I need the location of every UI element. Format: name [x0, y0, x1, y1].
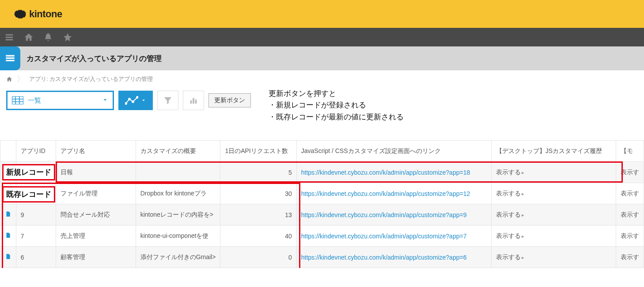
show-history-link[interactable]: 表示する — [496, 190, 524, 197]
funnel-icon — [163, 96, 173, 105]
col-history[interactable]: 【デスクトップ】JSカスタマイズ履歴 — [491, 141, 616, 162]
show-mobile-link[interactable]: 表示す — [621, 211, 639, 218]
show-history-link[interactable]: 表示する — [496, 253, 524, 260]
home-small-icon[interactable] — [6, 76, 12, 82]
cell-id: 6 — [16, 247, 56, 268]
cell-link: https://kindevnet.cybozu.com/k/admin/app… — [296, 162, 491, 183]
app-icon[interactable] — [0, 46, 20, 70]
cell-name: 問合せメール対応 — [56, 204, 136, 226]
cell-summary — [136, 162, 220, 183]
update-button[interactable]: 更新ボタン — [208, 93, 251, 107]
cell-history: 表示する — [491, 183, 616, 204]
col-api[interactable]: 1日のAPIリクエスト数 — [220, 141, 296, 162]
customize-link[interactable]: https://kindevnet.cybozu.com/k/admin/app… — [301, 190, 470, 197]
cell-summary: kintone-ui-componetを使 — [136, 226, 220, 247]
app-title-bar: カスタマイズが入っているアプリの管理 — [0, 46, 644, 70]
view-dropdown-label: 一覧 — [28, 96, 41, 105]
filter-button[interactable] — [157, 91, 178, 110]
breadcrumb-sep: 〉 — [17, 74, 25, 84]
existing-record-badge: 既存レコード — [2, 186, 55, 203]
show-mobile-link[interactable]: 表示す — [621, 232, 639, 239]
app-title: カスタマイズが入っているアプリの管理 — [27, 54, 162, 64]
cell-mobile: 表示す — [616, 226, 644, 247]
records-table: アプリID アプリ名 カスタマイズの概要 1日のAPIリクエスト数 JavaSc… — [0, 140, 644, 268]
cell-name: 顧客管理 — [56, 247, 136, 268]
logo-text: kintone — [29, 8, 62, 20]
cell-api: 30 — [220, 183, 296, 204]
graph-button[interactable] — [118, 91, 153, 110]
view-dropdown[interactable]: 一覧 — [6, 91, 114, 110]
cell-api: 5 — [220, 162, 296, 183]
nav-bar — [0, 28, 644, 46]
annotation-line: ・既存レコードが最新の値に更新される — [269, 111, 404, 123]
svg-rect-10 — [193, 98, 194, 104]
cell-history: 表示する — [491, 226, 616, 247]
menu-icon[interactable] — [4, 32, 14, 42]
svg-rect-9 — [190, 100, 192, 103]
cell-history: 表示する — [491, 247, 616, 268]
star-icon[interactable] — [63, 32, 72, 42]
cell-id: 7 — [16, 226, 56, 247]
record-icon-cell[interactable] — [0, 247, 16, 268]
chevron-down-icon — [102, 97, 108, 104]
cell-link: https://kindevnet.cybozu.com/k/admin/app… — [296, 247, 491, 268]
cell-summary: kintoneレコードの内容を> — [136, 204, 220, 226]
cloud-icon — [14, 9, 27, 19]
cell-api: 13 — [220, 204, 296, 226]
svg-point-8 — [136, 96, 139, 99]
customize-link[interactable]: https://kindevnet.cybozu.com/k/admin/app… — [301, 254, 467, 261]
bar-chart-icon — [189, 96, 198, 105]
new-record-badge: 新規レコード — [2, 164, 55, 180]
annotation-line: 更新ボタンを押すと — [269, 88, 404, 99]
cell-link: https://kindevnet.cybozu.com/k/admin/app… — [296, 183, 491, 204]
col-summary[interactable]: カスタマイズの概要 — [136, 141, 220, 162]
table-row[interactable]: 6 顧客管理 添付ファイル付きのGmail> 0 https://kindevn… — [0, 247, 644, 268]
bar-chart-button[interactable] — [183, 91, 204, 110]
cell-mobile: 表示す — [616, 183, 644, 204]
cell-link: https://kindevnet.cybozu.com/k/admin/app… — [296, 226, 491, 247]
svg-point-5 — [125, 103, 127, 105]
bell-icon[interactable] — [43, 32, 53, 42]
customize-link[interactable]: https://kindevnet.cybozu.com/k/admin/app… — [301, 211, 467, 218]
customize-link[interactable]: https://kindevnet.cybozu.com/k/admin/app… — [301, 169, 470, 176]
document-icon — [5, 210, 11, 218]
cell-name: 売上管理 — [56, 226, 136, 247]
table-row[interactable]: 日報 5 https://kindevnet.cybozu.com/k/admi… — [0, 162, 644, 183]
table-row[interactable]: 9 問合せメール対応 kintoneレコードの内容を> 13 https://k… — [0, 204, 644, 226]
cell-summary: 添付ファイル付きのGmail> — [136, 247, 220, 268]
cell-mobile: 表示す — [616, 162, 644, 183]
show-history-link[interactable]: 表示する — [496, 232, 524, 239]
chevron-down-icon — [141, 98, 146, 103]
table-container: 新規レコード 既存レコード アプリID アプリ名 カスタマイズの概要 1日のAP… — [0, 140, 644, 268]
table-row[interactable]: 7 売上管理 kintone-ui-componetを使 40 https://… — [0, 226, 644, 247]
document-icon — [5, 232, 11, 239]
table-header-row: アプリID アプリ名 カスタマイズの概要 1日のAPIリクエスト数 JavaSc… — [0, 141, 644, 162]
cell-summary: Dropbox for kintoneプラ — [136, 183, 220, 204]
annotation-text: 更新ボタンを押すと ・新規レコードが登録される ・既存レコードが最新の値に更新さ… — [269, 88, 404, 123]
line-chart-icon — [125, 96, 138, 105]
record-icon-cell[interactable] — [0, 204, 16, 226]
customize-link[interactable]: https://kindevnet.cybozu.com/k/admin/app… — [301, 233, 467, 240]
table-row[interactable]: ファイル管理 Dropbox for kintoneプラ 30 https://… — [0, 183, 644, 204]
cell-mobile: 表示す — [616, 204, 644, 226]
col-link[interactable]: JavaScript / CSSカスタマイズ設定画面へのリンク — [296, 141, 491, 162]
home-icon[interactable] — [24, 32, 34, 42]
col-id[interactable]: アプリID — [16, 141, 56, 162]
record-icon-cell[interactable] — [0, 226, 16, 247]
logo[interactable]: kintone — [14, 8, 62, 20]
col-name[interactable]: アプリ名 — [56, 141, 136, 162]
table-icon — [12, 96, 23, 104]
show-mobile-link[interactable]: 表示す — [621, 190, 639, 197]
breadcrumb-text[interactable]: アプリ: カスタマイズが入っているアプリの管理 — [29, 75, 153, 83]
show-history-link[interactable]: 表示する — [496, 211, 524, 218]
show-history-link[interactable]: 表示する — [496, 168, 524, 176]
cell-history: 表示する — [491, 204, 616, 226]
col-icon — [0, 141, 16, 162]
header-bar: kintone — [0, 0, 644, 28]
breadcrumb: 〉 アプリ: カスタマイズが入っているアプリの管理 — [0, 70, 644, 88]
col-mobile[interactable]: 【モ — [616, 141, 644, 162]
show-mobile-link[interactable]: 表示す — [621, 168, 639, 176]
annotation-line: ・新規レコードが登録される — [269, 99, 404, 111]
cell-history: 表示する — [491, 162, 616, 183]
show-mobile-link[interactable]: 表示す — [621, 253, 639, 260]
